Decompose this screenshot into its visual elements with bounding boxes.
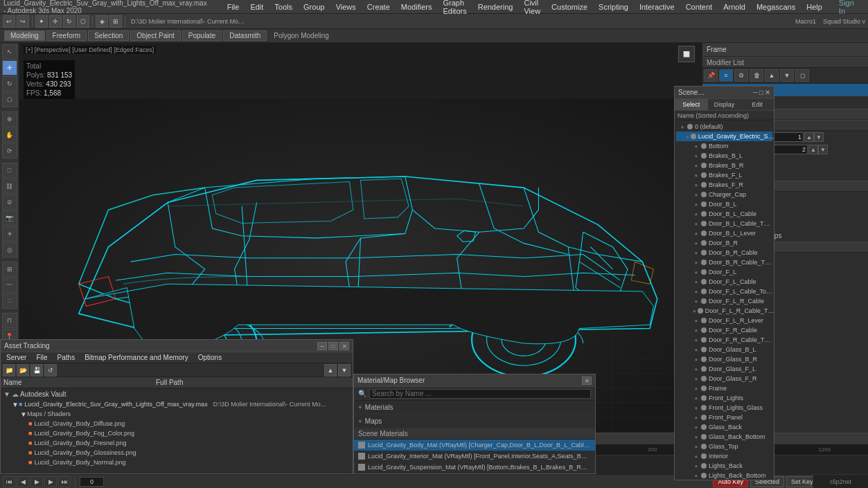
vis-icon-16[interactable]: ●	[693, 279, 700, 285]
scene-tree-item-16[interactable]: ●Door_F_L_Cable	[676, 277, 772, 287]
render-iters-up-btn[interactable]: ▲	[808, 145, 818, 154]
modifier-delete-btn[interactable]: 🗑	[750, 69, 763, 82]
select-btn[interactable]: ✦	[35, 15, 48, 28]
scene-tree-item-0[interactable]: ●0 (default)	[676, 122, 772, 132]
mat-browser-close[interactable]: ✕	[582, 377, 592, 385]
mat-section-maps[interactable]: + Maps	[354, 415, 595, 428]
asset-menu-options[interactable]: Options	[195, 353, 224, 362]
vis-icon-22[interactable]: ●	[693, 337, 700, 343]
vis-icon-5[interactable]: ●	[693, 172, 700, 179]
scene-tree-item-10[interactable]: ●Door_B_L_Cable_T…	[676, 219, 772, 228]
asset-menu-bitmap[interactable]: Bitmap Performance and Memory	[82, 353, 191, 362]
scene-tree-item-6[interactable]: ●Brakes_F_R	[676, 180, 772, 190]
asset-root-group[interactable]: ▼ ☁ Autodesk Vault	[1, 388, 353, 399]
scene-tree-item-34[interactable]: ●Interior	[676, 451, 772, 461]
modifier-up-btn[interactable]: ▲	[765, 69, 779, 82]
scene-tree-item-31[interactable]: ●Glass_Back	[676, 422, 772, 432]
mirror-btn[interactable]: ⊞	[109, 15, 122, 28]
vis-icon-24[interactable]: ●	[693, 356, 700, 363]
menu-content[interactable]: Content	[683, 2, 716, 12]
menu-tools[interactable]: Tools	[272, 2, 295, 12]
tab-modeling[interactable]: Modeling	[4, 30, 45, 41]
vis-icon-28[interactable]: ●	[693, 395, 700, 401]
orbit-tool[interactable]: ⟳	[2, 143, 17, 159]
asset-file-3[interactable]: ■ Lucid_Gravity_Body_Glossiness.png	[1, 448, 353, 458]
modifier-highlight-btn[interactable]: ◻	[795, 69, 809, 82]
vis-icon-18[interactable]: ●	[693, 298, 700, 305]
scene-tree-item-21[interactable]: ●Door_F_R_Cable	[676, 325, 772, 335]
mat-browser-title-bar[interactable]: Material/Map Browser ✕	[354, 374, 595, 387]
vis-icon-11[interactable]: ●	[693, 231, 700, 237]
next-frame-btn[interactable]: ▶	[44, 476, 57, 487]
particle-tool[interactable]: ∴	[2, 293, 17, 309]
scene-minimize-btn[interactable]: ─	[753, 89, 758, 96]
scene-tree-item-12[interactable]: ●Door_B_R	[676, 238, 772, 248]
scene-tree[interactable]: ●0 (default)●Lucid_Gravity_Electric_S…●B…	[675, 120, 774, 480]
vis-icon-36[interactable]: ●	[693, 473, 700, 479]
mat-item-2[interactable]: Lucid_Gravity_Suspension_Mat (VRayMtl) […	[354, 462, 595, 473]
scene-tree-item-13[interactable]: ●Door_B_R_Cable	[676, 248, 772, 257]
vis-icon-23[interactable]: ●	[693, 347, 700, 353]
rotate-tool[interactable]: ↻	[2, 76, 17, 91]
mat-item-1[interactable]: Lucid_Gravity_Interior_Mat (VRayMtl) [Fr…	[354, 451, 595, 462]
tab-datasmith[interactable]: Datasmith	[223, 30, 267, 41]
scene-tree-item-29[interactable]: ●Front_Lights_Glass	[676, 403, 772, 413]
scene-tree-item-26[interactable]: ●Door_Glass_F_R	[676, 374, 772, 383]
vis-icon-10[interactable]: ●	[693, 221, 700, 227]
menu-create[interactable]: Create	[364, 2, 393, 12]
bone-tool[interactable]: ⊓	[2, 313, 17, 328]
scene-tree-item-24[interactable]: ●Door_Glass_B_R	[676, 354, 772, 364]
material-tool[interactable]: ◎	[2, 242, 17, 257]
scene-tree-item-8[interactable]: ●Door_B_L	[676, 199, 772, 209]
vis-icon-30[interactable]: ●	[693, 415, 700, 421]
redo-btn[interactable]: ↪	[17, 15, 29, 28]
modifier-list-view-btn[interactable]: ≡	[719, 69, 733, 82]
asset-refresh-btn[interactable]: ↺	[44, 364, 57, 377]
modifier-down-btn[interactable]: ▼	[780, 69, 794, 82]
unlink-tool[interactable]: ⊘	[2, 195, 17, 210]
rotate-btn[interactable]: ↻	[63, 15, 76, 28]
select-tool[interactable]: ↖	[2, 44, 17, 60]
scene-tree-item-28[interactable]: ●Front_Lights	[676, 393, 772, 403]
frame-input[interactable]	[80, 477, 104, 487]
undo-btn[interactable]: ↩	[3, 15, 15, 28]
vis-icon-3[interactable]: ●	[693, 153, 700, 159]
go-start-btn[interactable]: ⏮	[3, 476, 15, 487]
scale-tool[interactable]: ⬡	[2, 92, 17, 107]
scene-tree-item-1[interactable]: ●Lucid_Gravity_Electric_S…	[676, 132, 772, 141]
scene-tree-item-22[interactable]: ●Door_F_R_Cable_T…	[676, 335, 772, 345]
scene-tree-item-25[interactable]: ●Door_Glass_F_L	[676, 364, 772, 374]
asset-file-0[interactable]: ■ Lucid_Gravity_Body_Diffuse.png	[1, 419, 353, 428]
scene-tree-item-20[interactable]: ●Door_F_L_R_Lever	[676, 316, 772, 325]
scene-tree-item-33[interactable]: ●Glass_Top	[676, 442, 772, 451]
vis-icon-8[interactable]: ●	[693, 201, 700, 208]
vis-icon-29[interactable]: ●	[693, 405, 700, 411]
tab-freeform[interactable]: Freeform	[46, 30, 87, 41]
asset-main-file[interactable]: ▼ ■ Lucid_Gravity_Electric_Suv_Gray_with…	[1, 399, 353, 409]
vis-icon-32[interactable]: ●	[693, 434, 700, 440]
scene-tree-item-27[interactable]: ●Frame	[676, 383, 772, 393]
scene-tree-item-9[interactable]: ●Door_B_L_Cable	[676, 209, 772, 219]
menu-customize[interactable]: Customize	[549, 2, 590, 12]
link-tool[interactable]: ⛓	[2, 179, 17, 194]
camera-tool[interactable]: 📷	[2, 210, 17, 226]
menu-rendering[interactable]: Rendering	[475, 2, 516, 12]
render-iters-dn-btn[interactable]: ▼	[818, 145, 828, 154]
vis-icon-31[interactable]: ●	[693, 424, 700, 431]
vis-icon-6[interactable]: ●	[693, 182, 700, 188]
vis-icon-15[interactable]: ●	[693, 269, 700, 275]
helper-tool[interactable]: ⊞	[2, 262, 17, 277]
vis-icon-33[interactable]: ●	[693, 444, 700, 450]
move-btn[interactable]: ✛	[49, 15, 62, 28]
render-iters-input[interactable]	[773, 145, 808, 154]
scene-tree-item-2[interactable]: ●Bottom	[676, 141, 772, 151]
vis-icon-20[interactable]: ●	[693, 318, 700, 324]
iterations-dn-btn[interactable]: ▼	[814, 132, 824, 142]
asset-menu-paths[interactable]: Paths	[55, 353, 78, 362]
asset-window-minimize[interactable]: ─	[317, 342, 327, 350]
scene-tree-item-35[interactable]: ●Lights_Back	[676, 461, 772, 471]
scene-explorer-title-bar[interactable]: Scene… ─ □ ✕	[675, 87, 774, 99]
maximize-viewport-btn[interactable]: ⬜	[678, 46, 695, 62]
scene-maximize-btn[interactable]: □	[759, 89, 763, 96]
menu-edit[interactable]: Edit	[247, 2, 266, 12]
